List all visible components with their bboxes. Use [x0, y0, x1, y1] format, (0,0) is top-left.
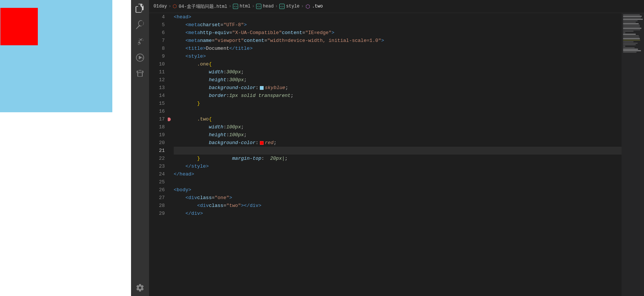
code-line-8: <title>Document</title> [174, 45, 622, 52]
code-line-14: border: 1px solid transparent; [174, 92, 622, 100]
breadcrumb-sep-5: › [301, 4, 304, 9]
code-line-4: <head> [174, 13, 622, 21]
breadcrumb-filename[interactable]: ⬡ 04-盒子塌陷问题.html [173, 3, 227, 10]
breadcrumb-html[interactable]: <> html [233, 4, 250, 9]
code-line-29: </div> [174, 210, 622, 217]
code-content[interactable]: <head> <meta charset="UTF-8"> <meta http… [168, 13, 622, 296]
code-line-7: <meta name="viewport" content="width=dev… [174, 37, 622, 45]
settings-icon[interactable] [135, 283, 145, 293]
tag-icon-style: <> [279, 4, 285, 9]
code-line-15: } [174, 100, 622, 107]
html5-icon: ⬡ [173, 3, 177, 9]
run-debug-icon[interactable] [135, 52, 145, 63]
code-line-18: width: 100px; [174, 123, 622, 131]
code-editor[interactable]: 4 5 6 7 8 9 10 11 12 13 14 15 16 17 18 1… [149, 13, 644, 296]
preview-red-box [0, 8, 38, 45]
code-line-19: height: 100px; [174, 131, 622, 139]
extensions-icon[interactable] [135, 69, 145, 79]
code-line-22: } [174, 155, 622, 162]
code-line-21: margin-top: 20px|; [174, 147, 622, 155]
code-line-5: <meta charset="UTF-8"> [174, 21, 622, 29]
code-line-26: <body> [174, 186, 622, 194]
tag-icon-html: <> [233, 4, 238, 9]
code-line-6: <meta http-equiv="X-UA-Compatible" conte… [174, 29, 622, 37]
search-icon[interactable] [135, 19, 145, 30]
breadcrumb-style[interactable]: <> style [279, 4, 300, 9]
preview-panel [0, 0, 131, 296]
code-line-28: <div class="two"></div> [174, 202, 622, 210]
breadcrumb-sep-4: › [275, 4, 278, 9]
source-control-icon[interactable] [135, 36, 145, 46]
breadcrumb-head[interactable]: <> head [256, 4, 274, 9]
breadcrumb-sep-2: › [229, 4, 231, 9]
breadcrumb-sep-3: › [252, 4, 255, 9]
code-line-16 [174, 107, 622, 115]
code-line-10: .one { [174, 60, 622, 68]
breadcrumb-sep-1: › [168, 4, 171, 9]
breadcrumb-two[interactable]: ⬡ .two [305, 4, 323, 9]
code-line-11: width: 300px; [174, 68, 622, 76]
code-line-12: height: 300px; [174, 76, 622, 84]
explorer-icon[interactable] [135, 3, 145, 13]
code-line-9: <style> [174, 52, 622, 60]
code-line-17: .two { [174, 115, 622, 123]
line-numbers: 4 5 6 7 8 9 10 11 12 13 14 15 16 17 18 1… [149, 13, 168, 296]
code-line-27: <div class="one"> [174, 194, 622, 202]
dot-icon: ⬡ [305, 4, 310, 9]
breadcrumb-01day[interactable]: 01day [154, 4, 167, 9]
minimap [622, 13, 644, 296]
code-line-20: background-color: red; [174, 139, 622, 147]
tag-icon-head: <> [256, 4, 261, 9]
breadcrumb: 01day › ⬡ 04-盒子塌陷问题.html › <> html › <> … [149, 0, 644, 13]
preview-sky-box [0, 0, 112, 112]
code-line-25 [174, 178, 622, 186]
code-line-23: </style> [174, 162, 622, 170]
code-line-13: background-color: skyblue; [174, 84, 622, 92]
editor-area: 01day › ⬡ 04-盒子塌陷问题.html › <> html › <> … [149, 0, 644, 296]
code-line-24: </head> [174, 170, 622, 178]
activity-bar [131, 0, 149, 296]
